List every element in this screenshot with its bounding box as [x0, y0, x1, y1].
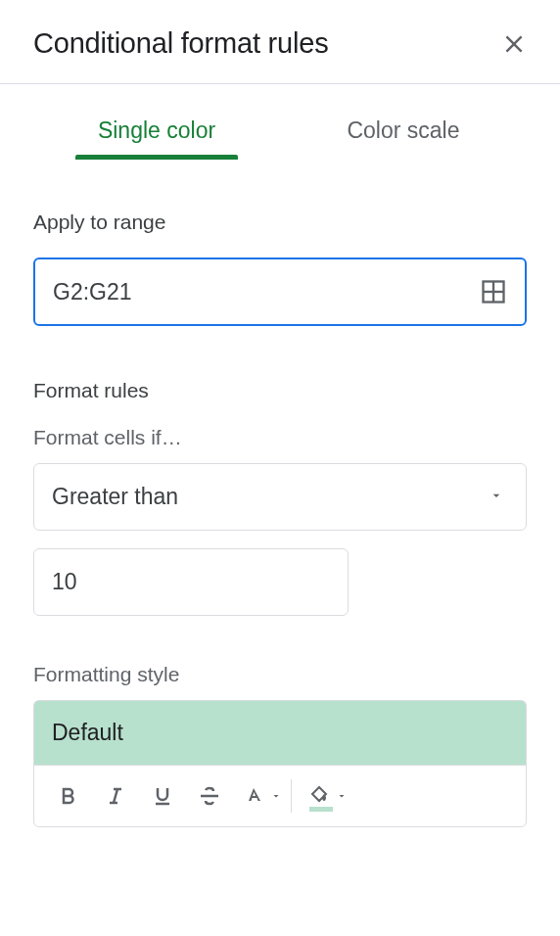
close-icon[interactable]: [501, 31, 527, 57]
divider: [0, 83, 560, 84]
style-preview-text: Default: [52, 720, 123, 746]
italic-button[interactable]: [93, 774, 138, 818]
dropdown-caret-icon: [489, 488, 504, 507]
text-color-button[interactable]: [234, 774, 273, 818]
select-range-icon[interactable]: [480, 278, 507, 305]
range-input[interactable]: [53, 279, 480, 305]
strikethrough-button[interactable]: [187, 774, 232, 818]
bold-button[interactable]: [46, 774, 91, 818]
formatting-style-label: Formatting style: [33, 663, 527, 686]
format-cells-if-label: Format cells if…: [33, 426, 527, 449]
panel-title: Conditional format rules: [33, 27, 328, 60]
range-input-container[interactable]: [33, 257, 527, 326]
tab-label: Color scale: [347, 117, 459, 143]
threshold-input[interactable]: [33, 548, 349, 616]
style-preview[interactable]: Default: [33, 700, 527, 765]
tab-label: Single color: [98, 117, 215, 143]
format-rules-label: Format rules: [33, 379, 527, 402]
apply-to-range-label: Apply to range: [33, 211, 527, 234]
formatting-toolbar: [33, 765, 527, 827]
condition-text: Greater than: [52, 484, 178, 510]
fill-color-indicator: [309, 807, 333, 812]
condition-select[interactable]: Greater than: [33, 463, 527, 531]
svg-line-7: [114, 789, 117, 803]
toolbar-separator: [291, 779, 292, 813]
underline-button[interactable]: [140, 774, 185, 818]
tab-single-color[interactable]: Single color: [33, 100, 280, 158]
text-color-caret-icon[interactable]: [269, 774, 283, 818]
fill-color-button[interactable]: [300, 774, 339, 818]
tab-color-scale[interactable]: Color scale: [280, 100, 527, 158]
